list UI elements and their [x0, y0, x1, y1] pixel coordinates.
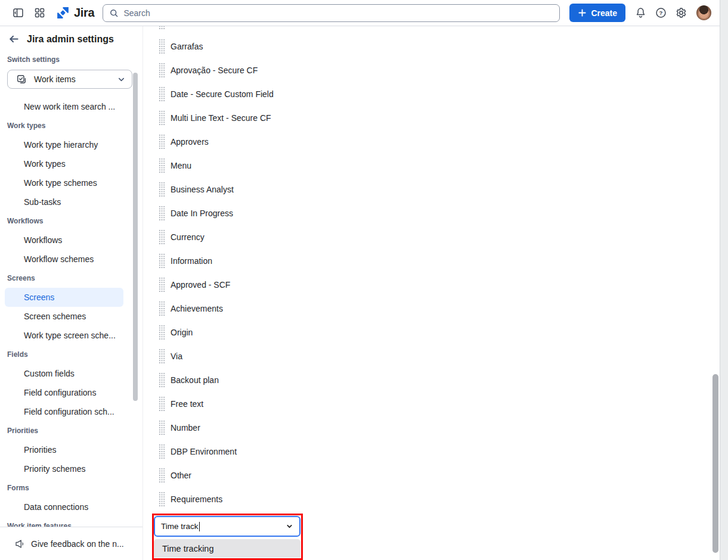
drag-handle-icon[interactable]: [159, 372, 165, 388]
create-button[interactable]: Create: [569, 4, 625, 22]
sidebar-item[interactable]: Screen schemes: [5, 307, 123, 326]
sidebar-section-heading: Fields: [0, 345, 143, 364]
sidebar-item[interactable]: Custom fields: [5, 364, 123, 383]
drag-handle-icon[interactable]: [159, 206, 165, 221]
drag-handle-icon[interactable]: [159, 301, 165, 316]
sidebar-item[interactable]: Sub-tasks: [5, 192, 123, 211]
drag-handle-icon[interactable]: [159, 277, 165, 293]
combobox-option[interactable]: Time tracking: [154, 539, 301, 558]
settings-icon: [675, 7, 687, 19]
field-row[interactable]: Approved - SCF: [144, 273, 711, 297]
sidebar-item[interactable]: New work item search ...: [5, 97, 123, 116]
field-row[interactable]: Requirements: [144, 487, 711, 511]
sidebar-item[interactable]: Screens: [5, 288, 123, 307]
back-arrow-icon: [8, 33, 20, 45]
field-label: Currency: [171, 232, 205, 242]
field-row[interactable]: Other: [144, 463, 711, 487]
field-row[interactable]: Menu: [144, 154, 711, 178]
drag-handle-icon[interactable]: [159, 110, 165, 126]
collapse-sidebar-button[interactable]: [8, 4, 27, 23]
field-row[interactable]: Date In Progress: [144, 201, 711, 225]
field-label: Achievements: [171, 304, 223, 313]
field-label: Multi Line Text - Secure CF: [171, 113, 271, 123]
settings-switcher[interactable]: Work items: [7, 70, 132, 89]
settings-switcher-value: Work items: [34, 74, 110, 84]
sidebar-item[interactable]: Field configurations: [5, 383, 123, 402]
search-input[interactable]: [123, 8, 559, 18]
field-row[interactable]: Backout plan: [144, 368, 711, 392]
field-row[interactable]: Approvers: [144, 130, 711, 154]
sidebar-section-heading: Forms: [0, 478, 143, 497]
sidebar-scrollbar-thumb[interactable]: [133, 73, 138, 401]
jira-logo-text: Jira: [74, 6, 94, 20]
field-row[interactable]: Date - Secure Custom Field: [144, 82, 711, 106]
drag-handle-icon[interactable]: [159, 325, 165, 340]
sidebar-item[interactable]: Priorities: [5, 440, 123, 459]
sidebar-item[interactable]: Work type schemes: [5, 173, 123, 192]
notifications-button[interactable]: [630, 3, 650, 23]
drag-handle-icon[interactable]: [159, 229, 165, 245]
drag-handle-icon[interactable]: [159, 134, 165, 150]
main-scrollbar-thumb[interactable]: [712, 374, 718, 553]
back-button[interactable]: [8, 33, 20, 45]
sidebar-item[interactable]: Work type screen sche...: [5, 326, 123, 345]
drag-handle-icon[interactable]: [159, 182, 165, 197]
drag-handle-icon[interactable]: [159, 420, 165, 435]
drag-handle-icon[interactable]: [159, 63, 165, 78]
field-row[interactable]: Aprovação - Secure CF: [144, 58, 711, 82]
field-row[interactable]: Origin: [144, 321, 711, 344]
field-label: Via: [171, 351, 182, 361]
field-label: Approvers: [171, 137, 209, 147]
field-row[interactable]: Business Analyst: [144, 178, 711, 201]
field-row[interactable]: DBP Environment: [144, 440, 711, 463]
sidebar-item[interactable]: Work type hierarchy: [5, 135, 123, 154]
field-label: Number: [171, 423, 200, 433]
field-label: Approved - SCF: [171, 280, 230, 290]
drag-handle-icon[interactable]: [159, 396, 165, 412]
field-label: Date In Progress: [171, 209, 233, 218]
global-search[interactable]: [103, 4, 560, 22]
settings-button[interactable]: [671, 3, 691, 23]
drag-handle-icon[interactable]: [159, 158, 165, 173]
avatar[interactable]: [696, 5, 711, 20]
sidebar-item[interactable]: Workflows: [5, 231, 123, 250]
field-row[interactable]: Multi Line Text - Secure CF: [144, 106, 711, 130]
sidebar-item[interactable]: Priority schemes: [5, 459, 123, 478]
field-row[interactable]: Garrafas: [144, 35, 711, 58]
sidebar-section-heading: Workflows: [0, 211, 143, 231]
drag-handle-icon[interactable]: [159, 468, 165, 483]
sidebar-item[interactable]: Work types: [5, 154, 123, 173]
sidebar-item[interactable]: Field configuration sch...: [5, 402, 123, 421]
app-switcher-button[interactable]: [30, 4, 49, 23]
field-label: Aprovação - Secure CF: [171, 66, 258, 75]
field-row[interactable]: Via: [144, 344, 711, 368]
jira-logo[interactable]: Jira: [56, 6, 94, 20]
field-row-partial-drag-handle-icon[interactable]: [159, 26, 165, 30]
field-label: Garrafas: [171, 42, 203, 51]
field-label: DBP Environment: [171, 447, 237, 456]
text-caret: [199, 522, 200, 531]
window-scrollbar-track[interactable]: [720, 0, 728, 560]
help-button[interactable]: ?: [650, 3, 671, 23]
megaphone-icon: [14, 539, 25, 549]
add-field-combobox[interactable]: Time track: [154, 516, 301, 537]
drag-handle-icon[interactable]: [159, 491, 165, 507]
screen-fields-panel: Garrafas Aprovação - Secure CF Date - Se…: [144, 26, 711, 560]
field-row[interactable]: Achievements: [144, 297, 711, 321]
feedback-button[interactable]: Give feedback on the n...: [0, 527, 143, 560]
field-row[interactable]: Currency: [144, 225, 711, 249]
drag-handle-icon[interactable]: [159, 444, 165, 459]
sidebar-item[interactable]: Data connections: [5, 497, 123, 517]
sidebar-nav: New work item search ... Work types Work…: [0, 97, 143, 536]
drag-handle-icon[interactable]: [159, 253, 165, 269]
bell-icon: [634, 7, 647, 19]
field-label: Date - Secure Custom Field: [171, 89, 274, 99]
drag-handle-icon[interactable]: [159, 86, 165, 102]
sidebar-item[interactable]: Workflow schemes: [5, 250, 123, 269]
field-row[interactable]: Free text: [144, 392, 711, 416]
drag-handle-icon[interactable]: [159, 39, 165, 54]
field-list: Garrafas Aprovação - Secure CF Date - Se…: [144, 26, 711, 511]
field-row[interactable]: Number: [144, 416, 711, 440]
drag-handle-icon[interactable]: [159, 349, 165, 364]
field-row[interactable]: Information: [144, 249, 711, 273]
